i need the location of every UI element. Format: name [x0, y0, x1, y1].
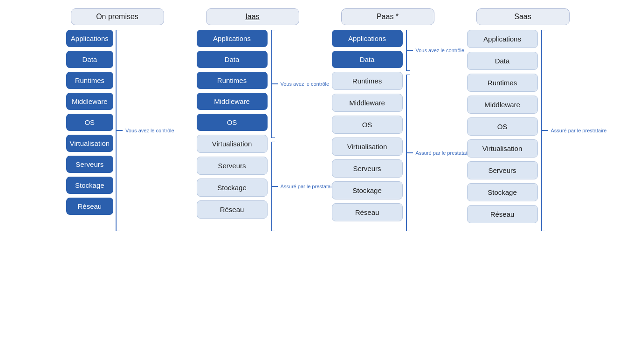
list-item: Virtualisation: [197, 135, 268, 153]
column-saas: Saas Applications Data Runtimes Middlewa…: [469, 8, 577, 231]
column-iaas-wrapper: Iaas Applications Data Runtimes Middlewa…: [199, 8, 306, 231]
iaas-header: Iaas: [206, 8, 299, 25]
list-item: Virtualisation: [332, 137, 403, 156]
column-iaas: Iaas Applications Data Runtimes Middlewa…: [199, 8, 306, 231]
bracket-on-premises: [115, 30, 124, 231]
saas-bracket-label: Assuré par le prestataire: [551, 127, 579, 134]
list-item: Runtimes: [66, 72, 114, 89]
paas-bottom-bracket-label: Assuré par le prestataire: [416, 150, 444, 156]
column-on-premises-wrapper: On premises Applications Data Runtimes M…: [64, 8, 171, 231]
list-item: Applications: [332, 30, 403, 47]
list-item: Réseau: [197, 200, 268, 219]
main-container: On premises Applications Data Runtimes M…: [9, 8, 631, 231]
list-item: Stockage: [332, 181, 403, 199]
list-item: Serveurs: [332, 159, 403, 178]
list-item: Middleware: [66, 93, 114, 110]
iaas-top-bracket: [270, 30, 279, 138]
paas-items: Applications Data Runtimes Middleware OS…: [332, 30, 403, 221]
on-premises-header: On premises: [71, 8, 164, 25]
list-item: Middleware: [197, 93, 268, 110]
list-item: Serveurs: [197, 157, 268, 175]
iaas-bottom-bracket: [270, 142, 279, 231]
list-item: Serveurs: [467, 161, 538, 179]
paas-top-bracket-label: Vous avez le contrôle: [416, 47, 444, 54]
list-item: Runtimes: [332, 72, 403, 90]
list-item: Applications: [467, 30, 538, 48]
list-item: OS: [197, 114, 268, 131]
list-item: OS: [332, 116, 403, 134]
list-item: Runtimes: [197, 72, 268, 89]
list-item: Data: [467, 52, 538, 70]
list-item: Serveurs: [66, 156, 114, 173]
list-item: Réseau: [467, 205, 538, 223]
list-item: Applications: [66, 30, 114, 47]
list-item: Applications: [197, 30, 268, 47]
column-on-premises: On premises Applications Data Runtimes M…: [64, 8, 171, 231]
list-item: Middleware: [332, 94, 403, 112]
iaas-bottom-bracket-label: Assuré par le prestataire: [281, 183, 309, 190]
paas-bottom-bracket: [406, 75, 414, 231]
on-premises-bracket-label: Vous avez le contrôle: [125, 127, 174, 134]
list-item: Stockage: [197, 179, 268, 197]
list-item: Data: [197, 51, 268, 68]
list-item: Data: [332, 51, 403, 68]
saas-bracket: [541, 30, 549, 231]
on-premises-items: Applications Data Runtimes Middleware OS…: [66, 30, 114, 215]
column-paas: Paas * Applications Data Runtimes Middle…: [334, 8, 441, 231]
list-item: Stockage: [467, 183, 538, 201]
list-item: Virtualisation: [66, 135, 114, 152]
saas-items: Applications Data Runtimes Middleware OS…: [467, 30, 538, 223]
list-item: Runtimes: [467, 74, 538, 92]
list-item: Réseau: [332, 203, 403, 221]
list-item: OS: [467, 117, 538, 136]
list-item: Virtualisation: [467, 139, 538, 158]
list-item: Stockage: [66, 177, 114, 194]
paas-header: Paas *: [341, 8, 434, 25]
column-paas-wrapper: Paas * Applications Data Runtimes Middle…: [334, 8, 441, 231]
list-item: Middleware: [467, 96, 538, 114]
list-item: Data: [66, 51, 114, 68]
list-item: OS: [66, 114, 114, 131]
iaas-items: Applications Data Runtimes Middleware OS…: [197, 30, 268, 219]
list-item: Réseau: [66, 198, 114, 215]
column-saas-wrapper: Saas Applications Data Runtimes Middlewa…: [469, 8, 577, 231]
paas-top-bracket: [406, 30, 414, 71]
iaas-top-bracket-label: Vous avez le contrôle: [281, 81, 309, 87]
saas-header: Saas: [476, 8, 570, 25]
